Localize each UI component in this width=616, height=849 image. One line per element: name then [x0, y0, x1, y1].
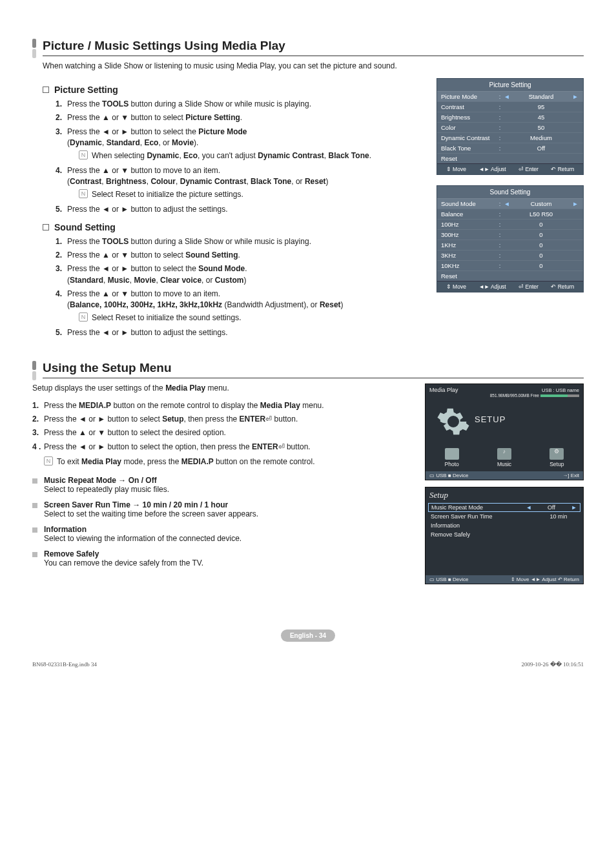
row-label: Remove Safely	[431, 531, 539, 538]
option-desc: Select to repeatedly play music files.	[44, 485, 415, 494]
osd-row[interactable]: Color:50	[437, 122, 583, 132]
osd-row-label: Black Tone	[441, 145, 497, 152]
print-footer: BN68-02331B-Eng.indb 34 2009-10-26 �� 10…	[32, 661, 584, 668]
osd-row-value: 95	[503, 103, 579, 110]
row-label: Screen Saver Run Time	[431, 513, 539, 520]
osd-sound-setting: Sound Setting Sound Mode:◄Custom►Balance…	[436, 185, 584, 292]
osd-row[interactable]: Contrast:95	[437, 101, 583, 112]
osd-title: Picture Setting	[437, 79, 583, 91]
right-arrow-icon[interactable]: ►	[571, 504, 577, 511]
setup-osd-title: Setup	[426, 487, 583, 503]
osd-row[interactable]: Balance:L50 R50	[437, 209, 583, 219]
osd-row[interactable]: 3KHz:0	[437, 250, 583, 260]
checkbox-outline-icon	[43, 224, 49, 230]
setup-osd-row[interactable]: Music Repeat Mode◄Off►	[428, 503, 580, 512]
subheading-picture-setting: Picture Setting	[43, 85, 426, 95]
osd-row[interactable]: 1KHz:0	[437, 240, 583, 250]
option-desc: Select to viewing the information of the…	[44, 534, 415, 543]
osd-row-label: Balance	[441, 210, 497, 218]
subheading-label: Sound Setting	[54, 222, 116, 232]
bar-device: Device	[453, 473, 468, 478]
square-bullet-icon	[32, 527, 37, 533]
setup-osd-row[interactable]: Remove Safely	[426, 530, 583, 539]
osd-row-value: 0	[503, 262, 579, 269]
row-value: Off	[532, 504, 571, 511]
osd-footer: ⇕ Move ◄► Adjust ⏎ Enter ↶ Return	[437, 163, 583, 174]
osd-row[interactable]: Picture Mode:◄Standard►	[437, 91, 583, 101]
osd-row[interactable]: 300Hz:0	[437, 229, 583, 240]
osd-row[interactable]: 10KHz:0	[437, 260, 583, 271]
osd-row-value: 50	[503, 124, 579, 131]
osd-title: Sound Setting	[437, 186, 583, 198]
osd-row[interactable]: Dynamic Contrast:Medium	[437, 132, 583, 143]
row-value: 10 min	[539, 513, 578, 520]
osd-row-label: 1KHz	[441, 241, 497, 249]
hint-enter: ⏎ Enter	[518, 166, 539, 172]
mediaplay-title: Media Play	[429, 387, 458, 398]
mediaplay-item-photo[interactable]: Photo	[445, 448, 459, 467]
bar-usb: USB	[436, 473, 446, 478]
osd-row[interactable]: Reset	[437, 153, 583, 163]
bar-usb: USB	[436, 577, 446, 582]
hint-return: ↶ Return	[551, 166, 574, 172]
osd-row-label: Contrast	[441, 103, 497, 110]
osd-row-label: Sound Mode	[441, 200, 497, 207]
osd-row[interactable]: Black Tone:Off	[437, 143, 583, 153]
osd-row-value: Standard	[511, 93, 571, 100]
osd-row[interactable]: Sound Mode:◄Custom►	[437, 198, 583, 209]
osd-row-label: 3KHz	[441, 252, 497, 259]
note-icon: N	[79, 312, 88, 322]
option-desc: Select to set the waiting time before th…	[44, 509, 415, 518]
hint-enter: ⏎ Enter	[518, 283, 539, 290]
heading-accent	[32, 361, 36, 380]
osd-row-value: 0	[503, 252, 579, 259]
step-text: Press the TOOLS button during a Slide Sh…	[67, 236, 426, 247]
osd-row-label: 100Hz	[441, 221, 497, 228]
step-text: Press the ◄ or ► button to select Setup,…	[44, 414, 415, 425]
gear-icon	[436, 404, 471, 440]
note-icon: N	[79, 189, 88, 198]
setup-big-label: SETUP	[475, 414, 506, 424]
sound-steps: 1.Press the TOOLS button during a Slide …	[56, 236, 426, 339]
section-setup-menu: Using the Setup Menu Setup displays the …	[32, 361, 584, 584]
setup-osd-row[interactable]: Information	[426, 521, 583, 530]
osd-row-label: 10KHz	[441, 262, 497, 269]
bar-device: Device	[453, 577, 468, 582]
osd-row[interactable]: Reset	[437, 271, 583, 281]
print-timestamp: 2009-10-26 �� 10:16:51	[522, 661, 584, 668]
setup-options-list: Music Repeat Mode → On / OffSelect to re…	[32, 476, 415, 568]
left-arrow-icon[interactable]: ◄	[526, 504, 532, 511]
osd-row[interactable]: 100Hz:0	[437, 219, 583, 229]
row-label: Information	[431, 522, 539, 529]
right-arrow-icon[interactable]: ►	[571, 200, 579, 207]
setup-intro: Setup displays the user settings of the …	[32, 384, 415, 393]
hint-move: ⇕ Move	[446, 166, 466, 172]
hint-return: ↶ Return	[551, 283, 574, 290]
square-bullet-icon	[32, 552, 37, 557]
setup-osd-row[interactable]: Screen Saver Run Time10 min	[426, 512, 583, 521]
picture-steps: 1.Press the TOOLS button during a Slide …	[56, 99, 426, 216]
option-desc: You can remove the device safely from th…	[44, 558, 415, 568]
note-text: To exit Media Play mode, press the MEDIA…	[57, 456, 315, 467]
osd-row-label: Color	[441, 124, 497, 131]
osd-row-value: L50 R50	[503, 210, 579, 218]
option-title: Information	[44, 525, 415, 534]
left-arrow-icon[interactable]: ◄	[503, 200, 511, 207]
square-bullet-icon	[32, 478, 37, 484]
step-text: Press the MEDIA.P button on the remote c…	[44, 400, 415, 411]
hint-return: Return	[564, 577, 579, 582]
step-text: Press the ▲ or ▼ button to select the de…	[44, 427, 415, 438]
option-title: Remove Safely	[44, 549, 415, 558]
step-text: Press the TOOLS button during a Slide Sh…	[67, 99, 426, 110]
step-text: Press the ◄ or ► button to select the Pi…	[67, 127, 426, 163]
subheading-label: Picture Setting	[54, 85, 118, 95]
right-arrow-icon[interactable]: ►	[571, 93, 579, 100]
left-arrow-icon[interactable]: ◄	[503, 93, 511, 100]
setup-steps: 1.Press the MEDIA.P button on the remote…	[32, 400, 415, 469]
section-intro: When watching a Slide Show or listening …	[43, 61, 584, 70]
section-title: Picture / Music Settings Using Media Pla…	[43, 39, 584, 56]
mediaplay-item-music[interactable]: ♪Music	[497, 448, 511, 467]
osd-row[interactable]: Brightness:45	[437, 112, 583, 122]
mediaplay-item-setup[interactable]: ⚙Setup	[549, 448, 564, 467]
row-label: Music Repeat Mode	[431, 504, 526, 511]
